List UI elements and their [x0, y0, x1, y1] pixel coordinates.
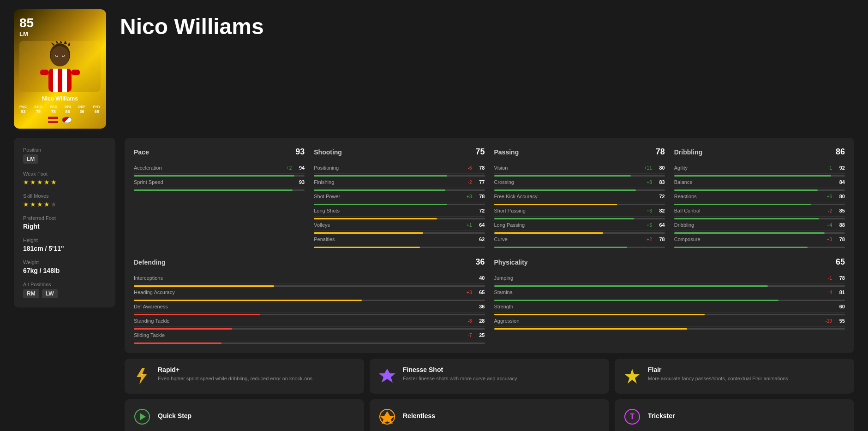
skill-moves-stars: ★★★★★ [23, 201, 106, 208]
finesse-shot-icon [377, 366, 397, 386]
stat-category-passing: Passing 78 Vision +11 80 Crossing +8 83 [494, 147, 665, 248]
preferred-foot-value: Right [23, 223, 106, 230]
stat-row-volleys: Volleys +1 64 [314, 219, 485, 231]
right-panel: Pace 93 Acceleration +2 94 Sprint Speed … [125, 138, 854, 431]
stats-grid-top: Pace 93 Acceleration +2 94 Sprint Speed … [125, 138, 854, 353]
stat-category-shooting: Shooting 75 Positioning -6 78 Finishing … [314, 147, 485, 248]
left-panel: Position LM Weak Foot ★★★★★ Skill Moves … [14, 138, 115, 431]
card-stat-dri: DRI 86 [65, 105, 71, 115]
stat-row-penalties: Penalties 62 [314, 234, 485, 245]
card-stat-phy: PHY 65 [93, 105, 101, 115]
trickster-icon: T [622, 407, 642, 427]
alt-positions-label: Alt Positions [23, 282, 106, 287]
weight-section: Weight 67kg / 148lb [23, 260, 106, 274]
svg-text:T: T [630, 413, 635, 420]
card-stat-def: DEF 36 [78, 105, 85, 115]
player-name-title: Nico Williams [120, 9, 854, 39]
trait-flair: Flair More accurate fancy passes/shots, … [615, 359, 854, 394]
stat-row-jumping: Jumping -1 78 [494, 272, 845, 284]
weak-foot-section: Weak Foot ★★★★★ [23, 171, 106, 186]
stat-row-sprint-speed: Sprint Speed 93 [134, 177, 305, 188]
trait-relentless: Relentless [370, 399, 609, 431]
svg-marker-2 [56, 41, 59, 44]
stat-row-free-kick: Free Kick Accuracy 72 [494, 191, 665, 202]
stat-row-long-passing: Long Passing +5 64 [494, 219, 665, 231]
svg-marker-19 [625, 369, 640, 384]
stat-row-sliding-tackle: Sliding Tackle -7 25 [134, 330, 485, 341]
svg-marker-1 [51, 42, 54, 46]
weak-foot-label: Weak Foot [23, 171, 106, 177]
rapid-icon: + [132, 366, 152, 386]
relentless-name: Relentless [403, 412, 435, 419]
svg-marker-5 [68, 42, 70, 46]
skill-moves-label: Skill Moves [23, 193, 106, 199]
svg-rect-15 [72, 70, 80, 75]
svg-marker-16 [137, 368, 147, 384]
position-label: Position [23, 147, 106, 153]
card-stat-sho: SHO 75 [34, 105, 42, 115]
stats-categories-bottom: Defending 36 Interceptions 40 Heading Ac… [134, 257, 845, 344]
rapid-name: Rapid+ [158, 366, 312, 373]
stat-category-dribbling: Dribbling 86 Agility +1 92 Balance 84 [674, 147, 845, 248]
flair-desc: More accurate fancy passes/shots, contex… [648, 375, 788, 382]
svg-rect-13 [62, 69, 67, 92]
stat-row-shot-power: Shot Power +3 78 [314, 191, 485, 202]
stats-categories-top: Pace 93 Acceleration +2 94 Sprint Speed … [134, 147, 845, 248]
card-stats-row: PAC 93 SHO 75 PAS 78 DRI 86 DEF 36 PHY 6… [19, 105, 101, 115]
svg-rect-14 [40, 70, 48, 75]
trait-rapid: + Rapid+ Even higher sprint speed while … [125, 359, 364, 394]
trickster-name: Trickster [648, 412, 675, 419]
svg-marker-3 [60, 41, 62, 43]
alt-positions-section: Alt Positions RM LW [23, 282, 106, 298]
height-value: 181cm / 5'11" [23, 245, 106, 252]
flair-info: Flair More accurate fancy passes/shots, … [648, 366, 788, 382]
alt-pos-lw: LW [42, 289, 58, 298]
stat-row-heading-accuracy: Heading Accuracy +3 65 [134, 287, 485, 298]
svg-rect-11 [48, 69, 72, 92]
skill-moves-section: Skill Moves ★★★★★ [23, 193, 106, 208]
preferred-foot-section: Preferred Foot Right [23, 215, 106, 230]
stat-category-physicality: Physicality 65 Jumping -1 78 Stamina -4 … [494, 257, 845, 344]
stat-row-finishing: Finishing -2 77 [314, 177, 485, 188]
stat-row-long-shots: Long Shots 72 [314, 205, 485, 217]
stat-row-strength: Strength 60 [494, 301, 845, 313]
stat-row-curve: Curve +2 78 [494, 234, 665, 245]
physicality-title: Physicality 65 [494, 257, 845, 267]
rapid-desc: Even higher sprint speed while dribbling… [158, 375, 312, 382]
stat-row-aggression: Aggression -19 55 [494, 315, 845, 327]
flair-icon [622, 366, 642, 386]
stat-row-positioning: Positioning -6 78 [314, 162, 485, 174]
weak-foot-stars: ★★★★★ [23, 178, 106, 186]
dribbling-title: Dribbling 86 [674, 147, 845, 157]
preferred-foot-label: Preferred Foot [23, 215, 106, 221]
weight-value: 67kg / 148lb [23, 267, 106, 274]
svg-marker-18 [379, 369, 395, 383]
defending-title: Defending 36 [134, 257, 485, 267]
position-section: Position LM [23, 147, 106, 164]
stat-row-interceptions: Interceptions 40 [134, 272, 485, 284]
finesse-shot-name: Finesse Shot [403, 366, 517, 373]
svg-point-10 [62, 55, 64, 57]
traits-section: + Rapid+ Even higher sprint speed while … [125, 359, 854, 394]
stat-category-defending: Defending 36 Interceptions 40 Heading Ac… [134, 257, 485, 344]
svg-point-9 [56, 55, 58, 57]
stat-row-ball-control: Ball Control -2 85 [674, 205, 845, 217]
finesse-shot-desc: Faster finesse shots with more curve and… [403, 375, 517, 382]
stat-row-stamina: Stamina -4 81 [494, 287, 845, 298]
page-header: 85 LM [14, 9, 854, 129]
stat-row-dribbling: Dribbling +4 88 [674, 219, 845, 231]
height-label: Height [23, 237, 106, 243]
trait-finesse-shot: Finesse Shot Faster finesse shots with m… [370, 359, 609, 394]
stat-row-balance: Balance 84 [674, 177, 845, 188]
card-stat-pas: PAS 78 [50, 105, 57, 115]
card-position: LM [19, 30, 101, 37]
player-card: 85 LM [14, 9, 106, 129]
finesse-shot-info: Finesse Shot Faster finesse shots with m… [403, 366, 517, 382]
card-player-name: Nico Williams [19, 95, 101, 102]
stat-category-pace: Pace 93 Acceleration +2 94 Sprint Speed … [134, 147, 305, 248]
main-content: Position LM Weak Foot ★★★★★ Skill Moves … [14, 138, 854, 431]
rapid-info: Rapid+ Even higher sprint speed while dr… [158, 366, 312, 382]
club-badge [62, 117, 72, 123]
quick-step-name: Quick Step [158, 412, 192, 419]
passing-title: Passing 78 [494, 147, 665, 157]
